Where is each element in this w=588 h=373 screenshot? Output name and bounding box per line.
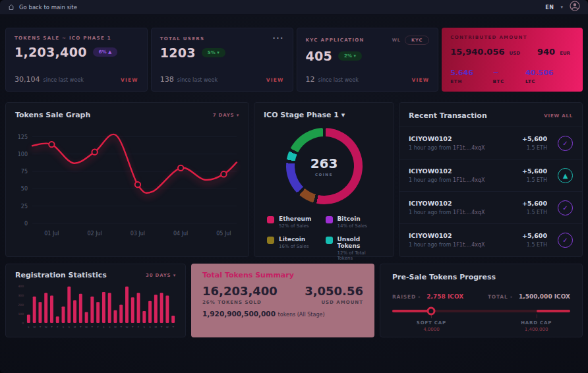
panel-title: Pre-Sale Tokens Progress — [392, 273, 496, 281]
soft-cap-label: SOFT CAP — [417, 320, 446, 326]
tx-time: 1 hour ago from — [409, 210, 452, 215]
slider-thumb[interactable] — [427, 307, 436, 316]
eth-value: 5.646 — [450, 69, 492, 77]
tx-eth: 1.5 ETH — [522, 210, 547, 215]
svg-text:M: M — [33, 326, 36, 329]
legend-detail: 14% of Sales — [338, 223, 367, 229]
slider-fill-right — [537, 310, 570, 312]
svg-text:02 Jul: 02 Jul — [87, 231, 102, 237]
tx-address: 1F1t....4xqX — [453, 210, 485, 215]
trend-badge: 5% ▾ — [202, 48, 225, 57]
wl-toggle[interactable]: WL — [392, 38, 401, 43]
tx-eth: 1.5 ETH — [522, 177, 547, 183]
legend-detail: 16% of Sales — [279, 244, 309, 249]
card-total-users: TOTAL USERS ••• 1203 5% ▾ 138 since last… — [151, 28, 293, 92]
legend-item-unsold: Unsold Tokens 12% of Total Tokens — [326, 236, 382, 261]
tx-info: ICIYOW01021 hour ago from 1F1t....4xqX — [409, 135, 485, 151]
coins-label: COINS — [315, 173, 333, 177]
tx-info: ICIYOW01021 hour ago from 1F1t....4xqX — [409, 167, 485, 183]
view-link[interactable]: VIEW — [266, 77, 284, 83]
ltc-unit: LTC — [525, 79, 574, 84]
tx-status-icon: ✓ — [558, 200, 573, 215]
svg-text:S: S — [63, 326, 65, 329]
total-tokens-summary-card: Total Tokens Summary 16,203,400 26% TOKE… — [191, 264, 374, 337]
all-stage-value: 1,920,900,500,000 — [202, 310, 276, 318]
more-menu-icon[interactable]: ••• — [272, 36, 283, 42]
tx-info: ICIYOW01021 hour ago from 1F1t....4xqX — [409, 232, 485, 248]
tx-address: 1F1t....4xqX — [453, 242, 485, 248]
tx-status-icon: ✓ — [558, 233, 573, 248]
language-selector[interactable]: EN — [545, 5, 554, 11]
svg-text:05 Jul: 05 Jul — [216, 231, 231, 237]
range-dropdown[interactable]: 30 DAYS ▾ — [146, 273, 176, 278]
tx-amount: +5,600 — [522, 167, 547, 175]
view-link[interactable]: VIEW — [411, 77, 429, 83]
tx-status-icon: ✓ — [558, 136, 573, 151]
hard-cap-value: 1,400,000 — [521, 327, 552, 332]
back-link[interactable]: Go back to main site — [8, 4, 77, 11]
ico-stage-panel: ICO Stage Phase 1 ▾ 263 COINS Ethereum 5… — [254, 102, 394, 257]
tx-eth: 1.5 ETH — [522, 145, 547, 151]
kyc-pill[interactable]: KYC — [405, 36, 429, 45]
card-tokens-sale: TOKENS SALE ~ ICO PHASE 1 1,203,400 6% ▲… — [5, 28, 148, 92]
total-value: 1,500,000 ICOX — [519, 293, 570, 300]
summary-usd: 3,050.56 USD AMOUNT — [305, 284, 363, 305]
delta-value: 30,104 — [15, 75, 40, 84]
svg-text:100: 100 — [18, 152, 28, 158]
svg-text:T: T — [91, 326, 94, 329]
registration-bar-chart: 4003002001000SMTWTFSSMTWTFSSMTWTFSSMTWT — [15, 279, 177, 333]
transaction-row[interactable]: ICIYOW01021 hour ago from 1F1t....4xqX+5… — [399, 223, 582, 256]
transaction-row[interactable]: ICIYOW01021 hour ago from 1F1t....4xqX+5… — [399, 191, 582, 223]
tokens-sale-line-chart: 025507510012501 Jul02 Jul03 Jul04 Jul05 … — [15, 121, 241, 247]
svg-text:125: 125 — [18, 134, 28, 140]
tokens-sold-label: 26% TOKENS SOLD — [202, 300, 278, 305]
legend-detail: 12% of Total Tokens — [338, 250, 382, 261]
tx-eth: 1.5 ETH — [522, 242, 547, 248]
range-dropdown[interactable]: 7 DAYS ▾ — [213, 113, 239, 118]
tx-amounts: +5,6001.5 ETH — [522, 167, 547, 183]
home-icon — [8, 4, 15, 11]
svg-text:300: 300 — [18, 294, 24, 297]
ico-stage-donut-chart: 263 COINS — [286, 128, 363, 204]
presale-progress-slider[interactable]: SOFT CAP 4,0000 HARD CAP 1,400,000 — [392, 310, 570, 312]
trend-badge: 6% ▲ — [93, 47, 118, 57]
usd-unit: USD — [510, 51, 521, 56]
legend-item-litecoin: Litecoin 16% of Sales — [267, 236, 323, 261]
tx-address: 1F1t....4xqX — [453, 145, 485, 151]
tx-time: 1 hour ago from — [409, 242, 452, 248]
summary-title: Total Tokens Summary — [202, 271, 363, 279]
svg-text:F: F — [57, 326, 59, 329]
tx-amount: +5,600 — [522, 200, 547, 207]
svg-text:400: 400 — [18, 285, 24, 288]
legend-swatch — [326, 216, 333, 223]
ltc-value: 40.506 — [525, 69, 574, 77]
tx-id: ICIYOW0102 — [409, 135, 485, 142]
user-avatar[interactable] — [570, 1, 580, 14]
tx-amounts: +5,6001.5 ETH — [522, 200, 547, 215]
view-all-link[interactable]: VIEW ALL — [544, 113, 573, 119]
svg-text:100: 100 — [18, 312, 24, 316]
svg-text:25: 25 — [21, 204, 28, 210]
legend-detail: 52% of Sales — [279, 223, 311, 229]
soft-cap-value: 4,0000 — [417, 327, 446, 332]
total-label: TOTAL - — [488, 294, 513, 300]
raised-value: 2,758 ICOX — [426, 293, 463, 300]
contributed-eur: 940 EUR — [537, 45, 570, 57]
view-link[interactable]: VIEW — [121, 77, 138, 83]
svg-text:S: S — [143, 326, 145, 329]
usd-value: 15,940.056 — [450, 47, 504, 57]
legend-name: Litecoin — [279, 236, 309, 243]
svg-text:T: T — [79, 326, 82, 329]
all-stage-suffix: tokens (All Stage) — [278, 312, 325, 318]
transaction-row[interactable]: ICIYOW01021 hour ago from 1F1t....4xqX+5… — [399, 127, 582, 159]
svg-text:F: F — [138, 326, 140, 329]
tx-amounts: +5,6001.5 ETH — [522, 232, 547, 248]
svg-text:S: S — [109, 326, 111, 329]
panel-title: Recent Transaction — [409, 111, 487, 120]
transaction-row[interactable]: ICIYOW01021 hour ago from 1F1t....4xqX+5… — [399, 159, 582, 191]
ico-stage-dropdown[interactable]: ICO Stage Phase 1 ▾ — [264, 111, 345, 119]
raised-label: RAISED - — [392, 294, 421, 300]
tx-time: 1 hour ago from — [409, 177, 452, 183]
kyc-value: 405 — [306, 49, 333, 63]
delta-value: 12 — [306, 75, 315, 84]
